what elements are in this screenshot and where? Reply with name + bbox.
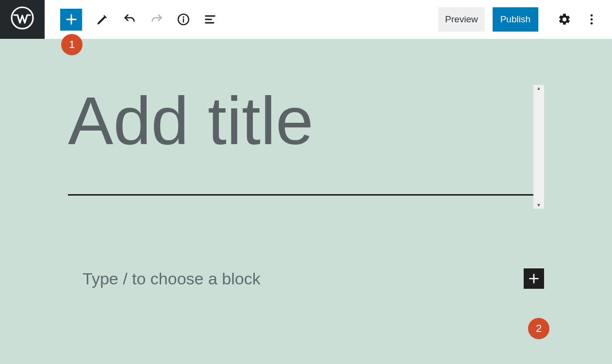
redo-button[interactable] xyxy=(150,13,164,26)
wordpress-logo[interactable] xyxy=(0,0,45,39)
add-block-button[interactable] xyxy=(60,9,82,31)
settings-button[interactable] xyxy=(558,13,571,26)
wordpress-icon xyxy=(11,6,34,30)
svg-point-3 xyxy=(591,15,593,17)
plus-icon xyxy=(65,13,78,26)
title-scrollbar[interactable]: ▲ ▼ xyxy=(533,85,544,209)
publish-button[interactable]: Publish xyxy=(493,7,538,32)
default-block-row: Type / to choose a block xyxy=(68,268,544,289)
scroll-down-icon: ▼ xyxy=(536,203,541,208)
svg-point-2 xyxy=(182,17,184,18)
undo-icon xyxy=(123,13,136,26)
post-title-placeholder: Add title xyxy=(68,85,544,156)
gear-icon xyxy=(558,13,571,26)
inline-add-block-button[interactable] xyxy=(524,268,544,289)
edit-tool-button[interactable] xyxy=(96,13,109,26)
scroll-up-icon: ▲ xyxy=(536,86,541,91)
info-button[interactable] xyxy=(177,13,190,26)
outline-icon xyxy=(203,13,217,26)
info-icon xyxy=(177,13,190,26)
undo-button[interactable] xyxy=(123,13,136,26)
annotation-badge-1: 1 xyxy=(61,34,83,55)
toolbar-right: Preview Publish xyxy=(438,7,602,32)
plus-icon xyxy=(528,272,540,285)
title-divider xyxy=(68,194,544,196)
svg-point-4 xyxy=(591,18,593,21)
editor-canvas: Add title ▲ ▼ Type / to choose a block 1… xyxy=(0,39,612,364)
annotation-badge-2: 2 xyxy=(528,318,549,339)
pencil-icon xyxy=(96,13,109,26)
editor-content: Add title ▲ ▼ Type / to choose a block xyxy=(68,39,544,364)
block-placeholder-text[interactable]: Type / to choose a block xyxy=(83,269,261,288)
more-vertical-icon xyxy=(585,13,598,26)
redo-icon xyxy=(150,13,164,26)
toolbar-left xyxy=(45,9,217,31)
editor-topbar: Preview Publish xyxy=(0,0,612,39)
more-options-button[interactable] xyxy=(585,13,598,26)
preview-button[interactable]: Preview xyxy=(438,7,485,32)
svg-point-5 xyxy=(591,22,593,25)
outline-button[interactable] xyxy=(203,13,217,26)
post-title-block[interactable]: Add title ▲ ▼ xyxy=(68,85,544,156)
